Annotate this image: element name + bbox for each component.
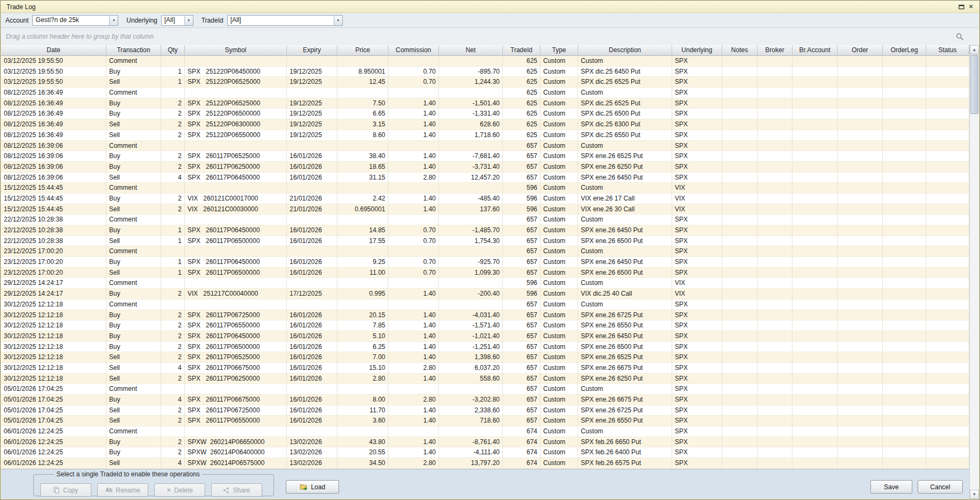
table-row[interactable]: 30/12/2025 12:12:18Sell2SPX 260117P06525… — [1, 352, 969, 363]
tradeid-combobox[interactable]: [All] ▼ — [227, 15, 343, 26]
column-header-order[interactable]: Order — [838, 45, 883, 56]
cell-date: 30/12/2025 12:12:18 — [1, 299, 106, 310]
table-row[interactable]: 05/01/2026 17:04:25Sell2SPX 260117P06725… — [1, 405, 969, 416]
cell-expiry — [287, 215, 337, 225]
cell-braccount — [792, 289, 838, 299]
table-row[interactable]: 05/01/2026 17:04:25Comment657CustomCusto… — [1, 384, 969, 395]
column-header-braccount[interactable]: Br.Account — [792, 45, 838, 56]
table-row[interactable]: 30/12/2025 12:12:18Buy2SPX 260117P064500… — [1, 331, 969, 342]
table-row[interactable]: 22/12/2025 10:28:38Buy1SPX 260117P064500… — [1, 225, 969, 236]
cell-type: Custom — [541, 141, 578, 152]
cell-qty: 2 — [161, 289, 185, 299]
table-row[interactable]: 06/01/2026 12:24:25Buy2SPXW 260214P06650… — [1, 437, 969, 448]
table-row[interactable]: 30/12/2025 12:12:18Buy2SPX 260117P065000… — [1, 342, 969, 353]
group-by-panel[interactable]: Drag a column header here to group by th… — [1, 28, 979, 45]
table-row[interactable]: 30/12/2025 12:12:18Buy2SPX 260117P065500… — [1, 320, 969, 331]
cell-tradeid: 657 — [503, 173, 541, 183]
tradeid-dropdown-button[interactable]: ▼ — [334, 16, 342, 25]
table-row[interactable]: 08/12/2025 16:36:49Sell2SPX 251220P06550… — [1, 130, 969, 141]
cell-transaction: Buy — [106, 289, 161, 299]
scroll-down-button[interactable]: ▼ — [970, 490, 979, 499]
table-row[interactable]: 15/12/2025 15:44:45Buy2VIX 260121C000170… — [1, 194, 969, 204]
column-header-description[interactable]: Description — [578, 45, 672, 56]
scroll-thumb[interactable] — [970, 55, 978, 114]
table-row[interactable]: 06/01/2026 12:24:25Buy2SPXW 260214P06400… — [1, 447, 969, 458]
cell-orderleg — [883, 183, 926, 194]
cell-expiry: 19/12/2025 — [287, 77, 337, 88]
column-header-date[interactable]: Date — [1, 45, 106, 56]
column-header-tradeid[interactable]: TradeId — [503, 45, 541, 56]
column-header-commission[interactable]: Commission — [388, 45, 439, 56]
cell-type: Custom — [541, 331, 578, 342]
table-row[interactable]: 30/12/2025 12:12:18Sell2SPX 260117P06250… — [1, 374, 969, 384]
maximize-button[interactable] — [956, 3, 966, 11]
table-row[interactable]: 08/12/2025 16:39:06Sell4SPX 260117P06450… — [1, 173, 969, 183]
table-row[interactable]: 05/01/2026 17:04:25Buy4SPX 260117P066750… — [1, 395, 969, 405]
cell-net: 1,099.30 — [439, 268, 503, 278]
cell-transaction: Comment — [106, 278, 161, 289]
cell-type: Custom — [541, 416, 578, 426]
table-row[interactable]: 15/12/2025 15:44:45Comment596CustomCusto… — [1, 183, 969, 194]
table-row[interactable]: 30/12/2025 12:12:18Buy2SPX 260117P067250… — [1, 310, 969, 321]
table-row[interactable]: 15/12/2025 15:44:45Sell2VIX 260121C00030… — [1, 204, 969, 215]
scroll-track[interactable] — [970, 54, 979, 490]
table-row[interactable]: 08/12/2025 16:36:49Buy2SPX 251220P065000… — [1, 109, 969, 119]
search-button[interactable] — [956, 33, 964, 42]
cell-qty: 2 — [161, 194, 185, 204]
column-header-net[interactable]: Net — [439, 45, 503, 56]
table-row[interactable]: 03/12/2025 19:55:50Buy1SPX 251220P064500… — [1, 67, 969, 77]
column-header-type[interactable]: Type — [541, 45, 578, 56]
table-row[interactable]: 08/12/2025 16:39:06Buy2SPX 260117P065250… — [1, 151, 969, 162]
column-header-notes[interactable]: Notes — [722, 45, 758, 56]
table-row[interactable]: 06/01/2026 12:24:25Comment674CustomCusto… — [1, 426, 969, 437]
column-header-symbol[interactable]: Symbol — [185, 45, 287, 56]
cell-status — [926, 215, 969, 225]
underlying-dropdown-button[interactable]: ▼ — [184, 16, 193, 25]
load-button[interactable]: Load — [286, 480, 339, 494]
table-row[interactable]: 08/12/2025 16:36:49Buy2SPX 251220P065250… — [1, 98, 969, 109]
cell-qty: 1 — [161, 225, 185, 236]
cancel-button[interactable]: Cancel — [918, 480, 963, 494]
cell-expiry: 13/02/2026 — [287, 437, 337, 448]
cell-tradeid: 657 — [503, 363, 541, 374]
table-row[interactable]: 03/12/2025 19:55:50Comment625CustomCusto… — [1, 56, 969, 67]
cell-type: Custom — [541, 236, 578, 247]
close-button[interactable]: ✕ — [966, 3, 976, 11]
column-header-underlying[interactable]: Underlying — [672, 45, 722, 56]
table-row[interactable]: 05/01/2026 17:04:25Sell2SPX 260117P06550… — [1, 416, 969, 426]
table-row[interactable]: 06/01/2026 12:24:25Sell4SPXW 260214P0657… — [1, 458, 969, 469]
table-row[interactable]: 08/12/2025 16:36:49Sell2SPX 251220P06300… — [1, 119, 969, 130]
table-row[interactable]: 23/12/2025 17:00:20Comment657CustomCusto… — [1, 246, 969, 257]
scroll-up-button[interactable]: ▲ — [970, 45, 979, 54]
account-combobox[interactable]: Gesti?n de 25k ▼ — [32, 15, 118, 26]
table-row[interactable]: 30/12/2025 12:12:18Sell4SPX 260117P06675… — [1, 363, 969, 374]
column-header-transaction[interactable]: Transaction — [106, 45, 161, 56]
cell-broker — [758, 88, 792, 98]
table-row[interactable]: 03/12/2025 19:55:50Sell1SPX 251220P06525… — [1, 77, 969, 88]
column-header-broker[interactable]: Broker — [758, 45, 792, 56]
table-row[interactable]: 29/12/2025 14:24:17Buy2VIX 251217C000400… — [1, 289, 969, 299]
table-row[interactable]: 30/12/2025 12:12:18Comment657CustomCusto… — [1, 299, 969, 310]
table-row[interactable]: 29/12/2025 14:24:17Comment596CustomCusto… — [1, 278, 969, 289]
vertical-scrollbar[interactable]: ▲ ▼ — [969, 45, 979, 499]
column-header-status[interactable]: Status — [926, 45, 969, 56]
table-row[interactable]: 08/12/2025 16:36:49Comment625CustomCusto… — [1, 88, 969, 98]
cell-broker — [758, 77, 792, 88]
table-row[interactable]: 08/12/2025 16:39:06Buy2SPX 260117P062500… — [1, 162, 969, 173]
cell-transaction: Buy — [106, 342, 161, 353]
account-dropdown-button[interactable]: ▼ — [109, 16, 118, 25]
table-row[interactable]: 08/12/2025 16:39:06Comment657CustomCusto… — [1, 141, 969, 152]
table-row[interactable]: 23/12/2025 17:00:20Buy1SPX 260117P064500… — [1, 257, 969, 268]
table-row[interactable]: 22/12/2025 10:28:38Sell1SPX 260117P06500… — [1, 236, 969, 247]
save-button[interactable]: Save — [870, 480, 912, 494]
column-header-qty[interactable]: Qty — [161, 45, 185, 56]
cell-symbol: SPX 251220P06300000 — [185, 119, 287, 130]
table-row[interactable]: 22/12/2025 10:28:38Comment657CustomCusto… — [1, 215, 969, 225]
underlying-combobox[interactable]: [All] ▼ — [161, 15, 193, 26]
column-header-price[interactable]: Price — [337, 45, 388, 56]
cell-order — [838, 246, 883, 257]
table-row[interactable]: 23/12/2025 17:00:20Sell1SPX 260117P06500… — [1, 268, 969, 278]
cell-type: Custom — [541, 109, 578, 119]
column-header-expiry[interactable]: Expiry — [287, 45, 337, 56]
column-header-orderleg[interactable]: OrderLeg — [883, 45, 926, 56]
